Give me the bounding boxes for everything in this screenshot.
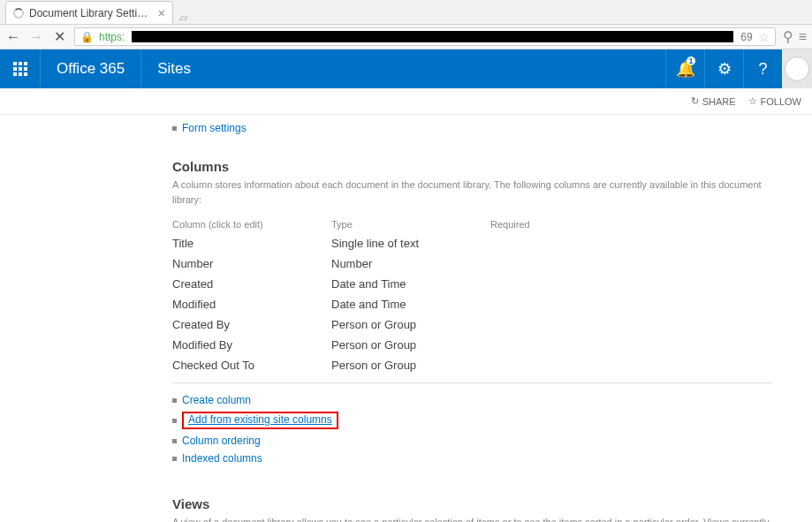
columns-table: Column (click to edit) Type Required Tit… xyxy=(172,216,773,375)
user-avatar[interactable] xyxy=(782,49,812,88)
bullet-icon xyxy=(172,398,177,403)
notifications-button[interactable]: 🔔 1 xyxy=(665,49,704,88)
follow-button[interactable]: ☆ FOLLOW xyxy=(748,95,801,107)
column-action-links: Create column Add from existing site col… xyxy=(172,392,812,472)
column-name-link[interactable]: Created xyxy=(172,277,213,291)
column-name-link[interactable]: Created By xyxy=(172,318,230,331)
close-tab-icon[interactable]: × xyxy=(158,6,165,20)
bullet-icon xyxy=(172,126,177,131)
column-type: Date and Time xyxy=(331,274,490,294)
browser-tab[interactable]: Document Library Settings × xyxy=(5,1,173,24)
gear-icon: ⚙ xyxy=(717,59,732,79)
bullet-icon xyxy=(172,419,177,423)
table-row: Modified ByPerson or Group xyxy=(172,335,773,355)
columns-header-name: Column (click to edit) xyxy=(172,216,331,233)
views-description: A view of a document library allows you … xyxy=(172,515,773,522)
browser-address-bar: ← → ✕ 🔒 https: 69 ☆ ⚲ ≡ xyxy=(0,25,812,49)
url-protocol: https: xyxy=(99,31,125,43)
table-row: TitleSingle line of text xyxy=(172,233,773,253)
share-label: SHARE xyxy=(702,96,736,107)
share-icon: ↻ xyxy=(691,95,699,107)
highlighted-link-box: Add from existing site columns xyxy=(182,412,338,429)
loading-spinner-icon xyxy=(13,8,24,19)
column-name-link[interactable]: Title xyxy=(172,237,194,250)
waffle-icon xyxy=(13,62,27,76)
columns-description: A column stores information about each d… xyxy=(172,178,773,207)
form-settings-link[interactable]: Form settings xyxy=(182,122,247,134)
views-heading: Views xyxy=(172,496,812,511)
tab-title: Document Library Settings xyxy=(29,7,153,19)
settings-page-content: Form settings Columns A column stores in… xyxy=(0,115,812,522)
bullet-icon xyxy=(172,457,177,461)
column-type: Number xyxy=(331,253,490,274)
reload-stop-icon[interactable]: ✕ xyxy=(51,28,67,45)
column-type: Single line of text xyxy=(331,233,490,253)
add-from-existing-site-columns-link[interactable]: Add from existing site columns xyxy=(188,413,332,426)
help-button[interactable]: ? xyxy=(743,49,782,88)
column-type: Person or Group xyxy=(331,355,490,375)
suite-bar: Office 365 Sites 🔔 1 ⚙ ? xyxy=(0,49,812,88)
column-name-link[interactable]: Checked Out To xyxy=(172,359,254,372)
column-type: Person or Group xyxy=(331,314,490,335)
settings-button[interactable]: ⚙ xyxy=(704,49,743,88)
column-name-link[interactable]: Modified By xyxy=(172,338,232,352)
site-label[interactable]: Sites xyxy=(141,49,207,88)
bookmark-star-icon[interactable]: ☆ xyxy=(758,30,770,44)
column-ordering-link[interactable]: Column ordering xyxy=(182,435,261,447)
star-icon: ☆ xyxy=(748,95,757,107)
question-icon: ? xyxy=(758,60,767,79)
indexed-columns-link[interactable]: Indexed columns xyxy=(182,452,262,465)
share-button[interactable]: ↻ SHARE xyxy=(691,95,736,107)
lock-icon: 🔒 xyxy=(80,31,94,43)
extension-icon[interactable]: ⚲ xyxy=(783,28,793,45)
url-redacted xyxy=(132,31,733,42)
browser-tab-bar: Document Library Settings × ▱ xyxy=(0,0,812,25)
columns-heading: Columns xyxy=(172,159,812,174)
avatar-icon xyxy=(785,57,809,81)
column-type: Date and Time xyxy=(331,294,490,314)
brand-label[interactable]: Office 365 xyxy=(41,49,141,88)
follow-label: FOLLOW xyxy=(761,96,801,107)
divider xyxy=(172,382,773,383)
column-type: Person or Group xyxy=(331,335,490,355)
notification-badge: 1 xyxy=(687,57,695,65)
new-tab-button[interactable]: ▱ xyxy=(173,11,193,24)
bullet-icon xyxy=(172,439,177,443)
url-field[interactable]: 🔒 https: 69 ☆ xyxy=(74,27,776,46)
column-name-link[interactable]: Modified xyxy=(172,298,216,311)
page-actions-row: ↻ SHARE ☆ FOLLOW xyxy=(0,88,812,115)
menu-icon[interactable]: ≡ xyxy=(799,29,807,45)
url-tail: 69 xyxy=(740,31,752,43)
forward-icon[interactable]: → xyxy=(28,29,44,45)
app-launcher-button[interactable] xyxy=(0,49,41,88)
table-row: Checked Out ToPerson or Group xyxy=(172,355,773,375)
back-icon[interactable]: ← xyxy=(5,29,21,45)
table-row: Created ByPerson or Group xyxy=(172,314,773,335)
column-name-link[interactable]: Number xyxy=(172,257,213,270)
table-row: CreatedDate and Time xyxy=(172,274,773,294)
create-column-link[interactable]: Create column xyxy=(182,394,251,406)
table-row: ModifiedDate and Time xyxy=(172,294,773,314)
columns-header-required: Required xyxy=(490,216,773,233)
columns-header-type: Type xyxy=(331,216,490,233)
table-row: NumberNumber xyxy=(172,253,773,274)
